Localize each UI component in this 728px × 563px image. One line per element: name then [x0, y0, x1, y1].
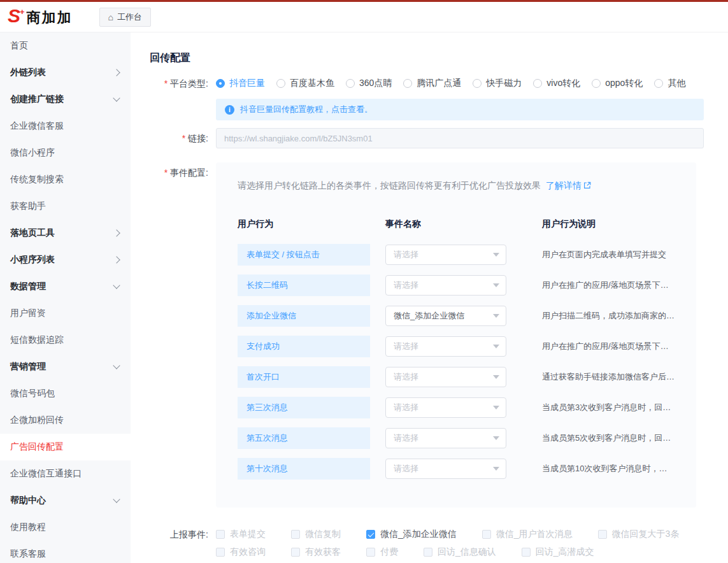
- sidebar-item-label: 营销管理: [10, 361, 46, 373]
- sidebar-item[interactable]: 获客助手: [0, 193, 131, 220]
- report-events-row: 上报事件: 表单提交微信复制微信_添加企业微信微信_用户首次消息微信回复大于3条…: [150, 524, 704, 558]
- event-select-value: 请选择: [394, 432, 418, 444]
- brand-logo[interactable]: S + 商加加: [0, 6, 79, 27]
- behavior-link[interactable]: 首次开口: [238, 366, 370, 388]
- platform-radio[interactable]: 其他: [654, 78, 685, 89]
- event-select[interactable]: 请选择: [385, 428, 506, 448]
- chevron-right-icon: [113, 69, 120, 76]
- report-checkbox: 表单提交: [216, 529, 266, 540]
- checkbox-label: 微信复制: [305, 529, 341, 540]
- events-table-body: 表单提交 / 按钮点击请选择用户在页面内完成表单填写并提交长按二维码请选择用户在…: [238, 244, 674, 480]
- behavior-description: 用户在推广的应用/落地页场景下发生的…: [522, 280, 674, 291]
- event-select[interactable]: 微信_添加企业微信: [385, 306, 506, 326]
- sidebar-item-label: 帮助中心: [10, 495, 46, 506]
- platform-radio[interactable]: 百度基木鱼: [276, 78, 334, 89]
- sidebar-item[interactable]: 联系客服: [0, 541, 131, 563]
- chevron-down-icon: [493, 375, 499, 379]
- checkbox-icon: [424, 548, 432, 557]
- checkbox-label: 回访_信息确认: [438, 546, 496, 558]
- behavior-link[interactable]: 表单提交 / 按钮点击: [238, 244, 370, 266]
- event-select[interactable]: 请选择: [385, 336, 506, 357]
- sidebar-item[interactable]: 企微加粉回传: [0, 407, 131, 434]
- sidebar-item[interactable]: 小程序列表: [0, 246, 131, 273]
- brand-logo-text: 商加加: [27, 8, 73, 27]
- radio-icon: [276, 79, 285, 88]
- checkbox-label: 微信回复大于3条: [612, 529, 680, 540]
- platform-radio[interactable]: 360点睛: [346, 78, 392, 89]
- tutorial-alert: 抖音巨量回传配置教程，点击查看。: [216, 99, 704, 120]
- report-checkbox[interactable]: 微信_添加企业微信: [366, 529, 457, 540]
- events-table-row: 第十次消息请选择当成员第10次收到客户消息时，回调此事…: [238, 458, 674, 480]
- sidebar-item[interactable]: 用户留资: [0, 300, 131, 327]
- column-header: 用户行为说明: [522, 217, 674, 230]
- platform-radio[interactable]: oppo转化: [592, 78, 643, 89]
- events-table-row: 表单提交 / 按钮点击请选择用户在页面内完成表单填写并提交: [238, 244, 674, 266]
- platform-radio[interactable]: vivo转化: [533, 78, 580, 89]
- chevron-down-icon: [493, 283, 499, 287]
- sidebar-item[interactable]: 传统复制搜索: [0, 166, 131, 193]
- platform-radio[interactable]: 抖音巨量: [216, 78, 265, 89]
- sidebar-item[interactable]: 广告回传配置: [0, 434, 131, 460]
- sidebar-item[interactable]: 数据管理: [0, 273, 131, 300]
- sidebar-item[interactable]: 微信小程序: [0, 139, 131, 166]
- platform-radio[interactable]: 腾讯广点通: [403, 78, 461, 89]
- sidebar-item[interactable]: 企业微信客服: [0, 113, 131, 139]
- event-select-value: 微信_添加企业微信: [394, 310, 464, 322]
- events-description-text: 请选择用户转化链路上的各类事件，按链路回传将更有利于优化广告投放效果: [238, 180, 541, 190]
- chevron-down-icon: [493, 314, 499, 318]
- sidebar-item[interactable]: 落地页工具: [0, 220, 131, 246]
- event-config-row: 事件配置: 请选择用户转化链路上的各类事件，按链路回传将更有利于优化广告投放效果…: [150, 162, 704, 508]
- report-checkbox: 微信回复大于3条: [598, 529, 680, 540]
- behavior-link[interactable]: 添加企业微信: [238, 305, 370, 327]
- sidebar-item[interactable]: 外链列表: [0, 59, 131, 86]
- radio-label: 抖音巨量: [229, 78, 265, 89]
- behavior-link[interactable]: 支付成功: [238, 336, 370, 357]
- behavior-link[interactable]: 第三次消息: [238, 397, 370, 418]
- checkbox-icon: [366, 548, 375, 557]
- sidebar-item-label: 传统复制搜索: [10, 174, 64, 185]
- event-select-value: 请选择: [394, 371, 418, 383]
- link-row: 链接:: [150, 128, 704, 148]
- checkbox-label: 微信_用户首次消息: [496, 529, 573, 540]
- radio-label: 快手磁力: [486, 78, 522, 89]
- sidebar-item[interactable]: 微信号码包: [0, 380, 131, 407]
- events-table-header: 用户行为事件名称用户行为说明: [238, 217, 674, 230]
- checkbox-label: 有效咨询: [230, 546, 266, 558]
- sidebar-item[interactable]: 首页: [0, 32, 131, 59]
- platform-radio[interactable]: 快手磁力: [473, 78, 522, 89]
- radio-icon: [403, 79, 412, 88]
- workspace-tab[interactable]: 工作台: [99, 8, 151, 27]
- platform-type-row: 平台类型: 抖音巨量百度基木鱼360点睛腾讯广点通快手磁力vivo转化oppo转…: [150, 73, 704, 120]
- radio-label: 百度基木鱼: [290, 78, 334, 89]
- event-select[interactable]: 请选择: [385, 459, 506, 479]
- event-select[interactable]: 请选择: [385, 397, 506, 418]
- brand-logo-plus-icon: +: [20, 7, 25, 17]
- link-label: 链接:: [150, 128, 216, 148]
- event-select[interactable]: 请选择: [385, 245, 506, 265]
- event-select[interactable]: 请选择: [385, 367, 506, 387]
- tutorial-alert-text[interactable]: 抖音巨量回传配置教程，点击查看。: [240, 104, 373, 115]
- sidebar-item[interactable]: 帮助中心: [0, 487, 131, 514]
- sidebar-item[interactable]: 创建推广链接: [0, 86, 131, 113]
- sidebar-item[interactable]: 短信数据追踪: [0, 327, 131, 353]
- behavior-link[interactable]: 长按二维码: [238, 274, 370, 296]
- platform-radio-group: 抖音巨量百度基木鱼360点睛腾讯广点通快手磁力vivo转化oppo转化其他: [216, 73, 704, 94]
- behavior-link[interactable]: 第十次消息: [238, 458, 370, 480]
- sidebar-item-label: 微信小程序: [10, 147, 55, 159]
- sidebar-item-label: 企业微信互通接口: [10, 468, 82, 480]
- behavior-link[interactable]: 第五次消息: [238, 427, 370, 449]
- sidebar-item[interactable]: 使用教程: [0, 514, 131, 541]
- behavior-description: 当成员第5次收到客户消息时，回调此事…: [522, 432, 674, 444]
- report-events-label: 上报事件:: [150, 524, 216, 545]
- sidebar-item-label: 使用教程: [10, 522, 46, 533]
- events-description: 请选择用户转化链路上的各类事件，按链路回传将更有利于优化广告投放效果 了解详情: [238, 179, 674, 192]
- checkbox-icon: [291, 548, 300, 557]
- info-icon: [225, 105, 234, 115]
- column-header: 事件名称: [385, 217, 506, 230]
- detail-link[interactable]: 了解详情: [546, 179, 591, 192]
- sidebar-item[interactable]: 营销管理: [0, 353, 131, 380]
- detail-link-label: 了解详情: [546, 179, 582, 192]
- checkbox-icon: [291, 530, 300, 539]
- event-select[interactable]: 请选择: [385, 275, 506, 296]
- sidebar-item[interactable]: 企业微信互通接口: [0, 460, 131, 487]
